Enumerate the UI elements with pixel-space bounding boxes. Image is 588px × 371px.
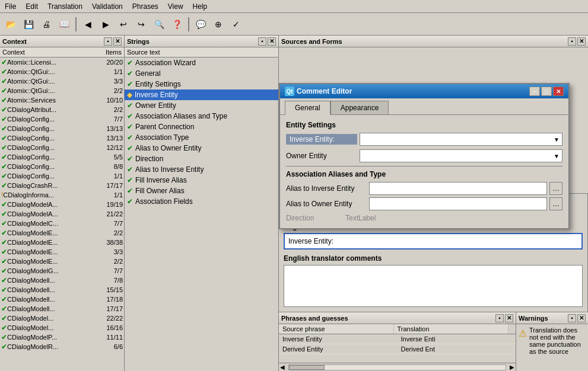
translation-input[interactable] — [284, 233, 583, 250]
context-row[interactable]: ✔CDialogCrashR...17/17 — [0, 181, 124, 190]
comments-area[interactable] — [284, 265, 583, 307]
context-row[interactable]: ✔CDialogModelG...7/7 — [0, 266, 124, 276]
prev-button[interactable]: ◀ — [80, 16, 96, 33]
scroll-right-btn[interactable]: ▶ — [508, 364, 516, 370]
search-button[interactable]: 🔍 — [151, 16, 167, 33]
print-button[interactable]: 🖨 — [38, 16, 55, 33]
scrollbar-thumb[interactable] — [289, 365, 325, 370]
strings-row[interactable]: ✔Association Type — [125, 132, 278, 143]
strings-row-selected[interactable]: ◆Inverse Entity — [125, 89, 278, 100]
phrases-close-btn[interactable]: ✕ — [505, 314, 513, 322]
context-row[interactable]: !CDialogInforma...1/1 — [0, 190, 124, 200]
warnings-close-btn[interactable]: ✕ — [577, 314, 586, 322]
strings-row[interactable]: ✔Association Fields — [125, 196, 278, 207]
status-icon: ✔ — [127, 123, 133, 131]
phrases-row[interactable]: Derived Entity Derived Ent — [279, 344, 516, 354]
context-row[interactable]: ✔CDialogConfig...5/5 — [0, 152, 124, 162]
done-button[interactable]: ✓ — [228, 16, 244, 33]
strings-row[interactable]: ✔Fill Owner Alias — [125, 186, 278, 196]
context-row[interactable]: ✔CDialogAttribut...2/2 — [0, 105, 124, 114]
question-button[interactable]: ❓ — [169, 16, 185, 33]
dialog-minimize-btn[interactable]: ─ — [529, 87, 540, 96]
scroll-left-btn[interactable]: ◀ — [279, 364, 286, 370]
strings-restore-btn[interactable]: ▪ — [258, 37, 266, 46]
strings-row[interactable]: ✔General — [125, 68, 278, 79]
strings-row[interactable]: ✔Association Aliases and Type — [125, 111, 278, 121]
status-icon: ✔ — [127, 197, 133, 206]
menu-help[interactable]: Help — [188, 1, 212, 12]
owner-entity-dropdown-arrow[interactable]: ▼ — [554, 153, 560, 159]
context-row[interactable]: ✔Atomix::QtGui:...2/2 — [0, 86, 124, 95]
strings-row[interactable]: ✔Parent Connection — [125, 121, 278, 132]
context-row[interactable]: ✔CDialogModelR...6/6 — [0, 342, 124, 351]
phrases-restore-btn[interactable]: ▪ — [495, 314, 504, 322]
status-icon: ✔ — [1, 143, 7, 152]
context-row[interactable]: ✔Atomix::Services10/10 — [0, 95, 124, 105]
context-row[interactable]: ✔CDialogConfig...12/12 — [0, 143, 124, 152]
context-row[interactable]: ✔Atomix::Licensi...20/20 — [0, 57, 124, 67]
menu-phrases[interactable]: Phrases — [128, 1, 163, 12]
sources-restore-btn[interactable]: ▪ — [568, 37, 576, 46]
open-button[interactable]: 📂 — [2, 16, 19, 33]
context-row[interactable]: ✔CDialogModelE...38/38 — [0, 238, 124, 247]
strings-row[interactable]: ✔Owner Entity — [125, 100, 278, 111]
save-button[interactable]: 💾 — [20, 16, 37, 33]
alias-inverse-btn[interactable]: … — [549, 182, 562, 195]
zoom-button[interactable]: ⊕ — [210, 16, 227, 33]
phrases-panel-title: Phrases and guesses — [281, 315, 348, 322]
context-close-btn[interactable]: ✕ — [113, 37, 122, 46]
strings-row[interactable]: ✔Association Wizard — [125, 57, 278, 68]
prev-unfinished-button[interactable]: ↩ — [115, 16, 132, 33]
context-row[interactable]: ✔CDialogConfig...7/7 — [0, 114, 124, 124]
context-row[interactable]: ✔CDialogConfig...1/1 — [0, 171, 124, 181]
context-row[interactable]: ✔CDialogModelA...19/19 — [0, 200, 124, 209]
strings-row[interactable]: ✔Direction — [125, 153, 278, 164]
context-row[interactable]: ✔CDialogModell...7/8 — [0, 276, 124, 285]
context-row[interactable]: ✔CDialogModel...16/16 — [0, 323, 124, 332]
strings-row[interactable]: ✔Alias to Owner Entity — [125, 143, 278, 153]
context-row[interactable]: ✔CDialogModelE...2/2 — [0, 257, 124, 266]
inverse-entity-dropdown-arrow[interactable]: ▼ — [554, 136, 560, 143]
tab-general[interactable]: General — [285, 101, 330, 115]
phrases-row[interactable]: Inverse Entity Inverse Enti — [279, 334, 516, 344]
horizontal-scrollbar[interactable]: ◀ ▶ — [279, 363, 516, 371]
context-panel-header: Context ▪ ✕ — [0, 36, 124, 47]
menu-file[interactable]: File — [0, 1, 21, 12]
context-row[interactable]: ✔CDialogModelP...11/11 — [0, 332, 124, 342]
context-row[interactable]: ✔CDialogConfig...8/8 — [0, 162, 124, 171]
scrollbar-track[interactable] — [288, 364, 506, 370]
menu-validation[interactable]: Validation — [87, 1, 128, 12]
strings-close-btn[interactable]: ✕ — [268, 37, 276, 46]
next-button[interactable]: ▶ — [97, 16, 114, 33]
context-row[interactable]: ✔CDialogConfig...13/13 — [0, 133, 124, 143]
context-row[interactable]: ✔Atomix::QtGui:...3/3 — [0, 76, 124, 86]
dialog-maximize-btn[interactable]: □ — [541, 87, 552, 96]
context-row[interactable]: ✔CDialogModelE...3/3 — [0, 247, 124, 257]
context-row[interactable]: ✔CDialogModell...17/17 — [0, 304, 124, 314]
sources-close-btn[interactable]: ✕ — [577, 37, 586, 46]
context-row[interactable]: ✔CDialogModelA...21/22 — [0, 209, 124, 219]
context-row[interactable]: ✔CDialogModell...17/18 — [0, 295, 124, 304]
strings-row[interactable]: ✔Fill Inverse Alias — [125, 175, 278, 186]
context-row[interactable]: ✔CDialogModelE...2/2 — [0, 228, 124, 238]
context-row[interactable]: ✔Atomix::QtGui:...1/1 — [0, 67, 124, 76]
dialog-close-btn[interactable]: ✕ — [553, 87, 564, 96]
menu-edit[interactable]: Edit — [21, 1, 43, 12]
context-row[interactable]: ✔CDialogModelC...7/7 — [0, 219, 124, 228]
next-unfinished-button[interactable]: ↪ — [133, 16, 150, 33]
alias-owner-btn[interactable]: … — [549, 197, 562, 210]
strings-row[interactable]: ✔Entity Settings — [125, 79, 278, 89]
help-button[interactable]: 📖 — [56, 16, 72, 33]
sources-panel-header: Sources and Forms ▪ ✕ — [279, 36, 588, 47]
menu-view[interactable]: View — [163, 1, 188, 12]
context-row[interactable]: ✔CDialogConfig...13/13 — [0, 124, 124, 133]
menu-translation[interactable]: Translation — [43, 1, 87, 12]
strings-row[interactable]: ✔Alias to Inverse Entity — [125, 164, 278, 175]
tab-appearance[interactable]: Appearance — [330, 101, 389, 114]
phrases-button[interactable]: 💬 — [192, 16, 209, 33]
context-restore-btn[interactable]: ▪ — [104, 37, 112, 46]
direction-row: Direction TextLabel — [286, 214, 562, 222]
warnings-restore-btn[interactable]: ▪ — [568, 314, 576, 322]
context-row[interactable]: ✔CDialogModel...22/22 — [0, 314, 124, 323]
context-row[interactable]: ✔CDialogModell...15/15 — [0, 285, 124, 295]
